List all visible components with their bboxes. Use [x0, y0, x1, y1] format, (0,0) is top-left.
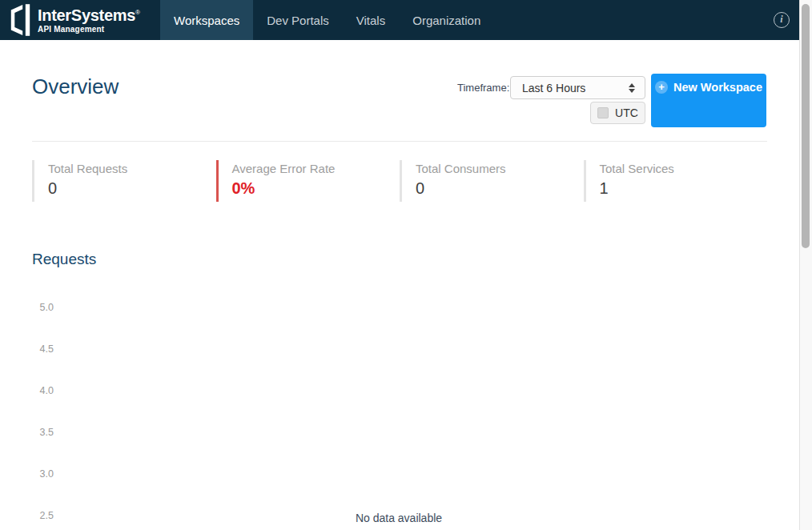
plus-circle-icon: +: [655, 81, 668, 94]
brand-text: InterSystems® API Management: [38, 7, 140, 34]
brand-subtitle: API Management: [38, 26, 140, 34]
y-axis-tick: 4.0: [24, 385, 54, 396]
stat-label: Total Services: [600, 162, 768, 175]
new-workspace-button[interactable]: + New Workspace: [651, 74, 766, 127]
vertical-scrollbar[interactable]: [799, 0, 812, 530]
stat-total-consumers: Total Consumers 0: [400, 160, 584, 202]
scrollbar-thumb[interactable]: [802, 4, 810, 248]
new-workspace-label: New Workspace: [673, 81, 762, 94]
utc-toggle[interactable]: UTC: [590, 102, 645, 124]
timeframe-selected-value: Last 6 Hours: [522, 82, 629, 94]
registered-mark: ®: [135, 9, 140, 16]
requests-chart: 5.0 4.5 4.0 3.5 3.0 2.5 No data availabl…: [0, 288, 799, 530]
timeframe-label: Timeframe:: [457, 82, 509, 94]
timeframe-select[interactable]: Last 6 Hours: [510, 76, 645, 99]
stat-value: 0: [48, 179, 216, 198]
y-axis-tick: 5.0: [24, 302, 54, 313]
brand-name: InterSystems®: [38, 7, 140, 23]
stats-row: Total Requests 0 Average Error Rate 0% T…: [32, 160, 767, 202]
top-navbar: InterSystems® API Management Workspaces …: [0, 0, 799, 40]
y-axis-tick: 2.5: [24, 510, 54, 521]
utc-checkbox[interactable]: [597, 107, 609, 118]
tab-organization[interactable]: Organization: [399, 0, 494, 40]
tab-workspaces[interactable]: Workspaces: [160, 0, 253, 40]
stat-average-error-rate: Average Error Rate 0%: [216, 160, 400, 202]
intersystems-logo[interactable]: InterSystems® API Management: [0, 0, 151, 40]
y-axis-tick: 4.5: [24, 343, 54, 355]
stat-value: 0%: [232, 179, 400, 198]
stat-label: Total Consumers: [416, 162, 584, 175]
stat-total-requests: Total Requests 0: [32, 160, 216, 202]
y-axis-tick: 3.0: [24, 468, 54, 480]
page-title: Overview: [32, 74, 119, 99]
stat-value: 1: [600, 179, 768, 198]
stat-total-services: Total Services 1: [584, 160, 768, 202]
nav-tabs: Workspaces Dev Portals Vitals Organizati…: [160, 0, 494, 40]
stat-value: 0: [416, 179, 584, 198]
info-circle-icon[interactable]: i: [774, 12, 790, 28]
stat-label: Average Error Rate: [232, 162, 400, 175]
tab-vitals[interactable]: Vitals: [343, 0, 399, 40]
app-window: InterSystems® API Management Workspaces …: [0, 0, 812, 530]
requests-section-title: Requests: [32, 251, 96, 268]
stat-label: Total Requests: [48, 162, 216, 175]
header-divider: [32, 141, 767, 142]
tab-dev-portals[interactable]: Dev Portals: [253, 0, 343, 40]
y-axis-tick: 3.5: [24, 427, 54, 438]
select-updown-caret-icon: [629, 83, 635, 93]
intersystems-logo-icon: [10, 3, 31, 37]
no-data-message: No data available: [319, 512, 479, 524]
utc-label: UTC: [615, 106, 638, 119]
